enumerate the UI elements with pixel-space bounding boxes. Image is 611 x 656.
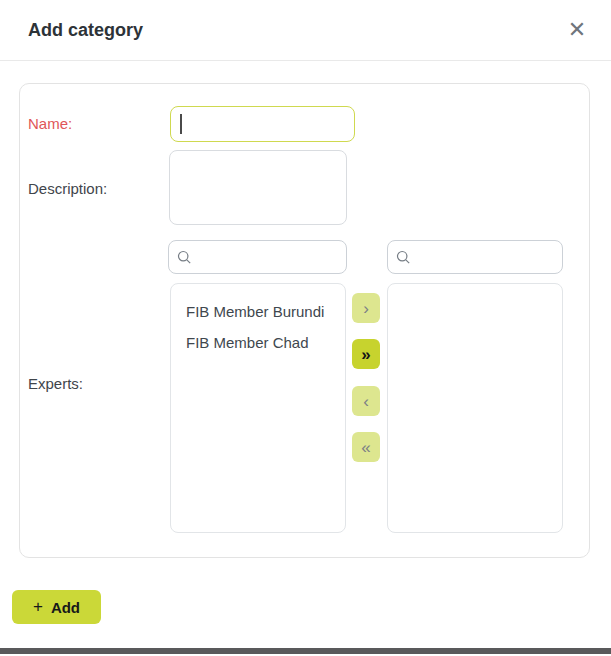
available-experts-search[interactable] (168, 240, 347, 274)
name-input[interactable] (170, 106, 355, 142)
available-experts-search-input[interactable] (198, 248, 338, 266)
expert-list-item[interactable]: FIB Member Chad (171, 327, 345, 358)
add-button[interactable]: + Add (12, 590, 101, 624)
horizontal-scrollbar[interactable] (0, 648, 611, 654)
description-textarea[interactable] (169, 150, 347, 225)
header-divider (0, 60, 611, 61)
move-all-right-button[interactable]: » (352, 339, 380, 369)
expert-list-item[interactable]: FIB Member Burundi (171, 296, 345, 327)
search-icon (177, 250, 192, 265)
name-label: Name: (28, 115, 72, 132)
selected-experts-search-input[interactable] (417, 248, 554, 266)
selected-experts-list[interactable] (387, 283, 563, 533)
selected-experts-search[interactable] (387, 240, 563, 274)
move-left-button[interactable]: ‹ (352, 386, 380, 416)
add-category-dialog: Add category ✕ Name: Description: Expert… (0, 0, 611, 656)
available-experts-list[interactable]: FIB Member BurundiFIB Member Chad (170, 283, 346, 533)
plus-icon: + (33, 597, 43, 617)
search-icon (396, 250, 411, 265)
close-icon[interactable]: ✕ (563, 16, 591, 44)
experts-label: Experts: (28, 375, 83, 392)
dialog-title: Add category (28, 20, 143, 41)
add-button-label: Add (51, 599, 80, 616)
move-all-left-button[interactable]: « (352, 432, 380, 462)
move-right-button[interactable]: › (352, 293, 380, 323)
text-cursor (180, 114, 182, 134)
description-label: Description: (28, 180, 107, 197)
